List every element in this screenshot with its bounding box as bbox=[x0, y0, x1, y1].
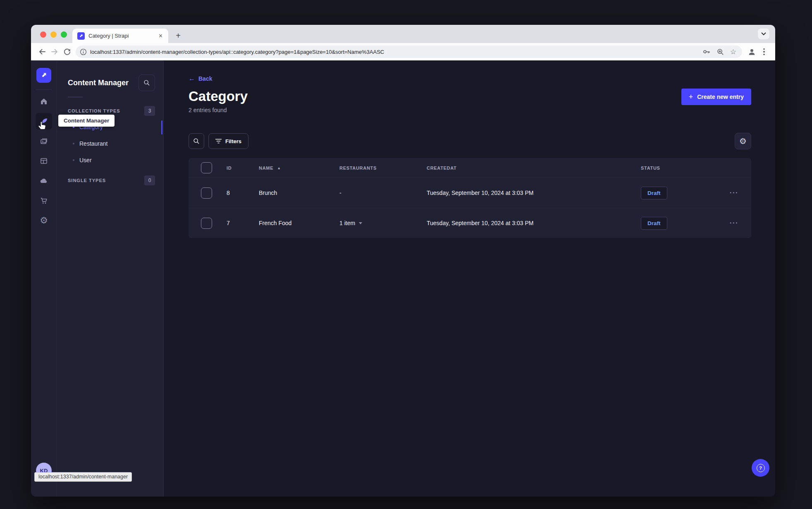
cell-restaurants[interactable]: 1 item bbox=[333, 220, 420, 226]
subnav-item-label: User bbox=[79, 157, 92, 163]
content-type-builder-icon[interactable] bbox=[36, 153, 52, 169]
cell-createdat: Tuesday, September 10, 2024 at 3:03 PM bbox=[420, 220, 634, 226]
subnav-search-button[interactable] bbox=[139, 74, 155, 91]
tab-close-icon[interactable]: × bbox=[157, 33, 164, 39]
link-preview-status-bar: localhost:1337/admin/content-manager bbox=[34, 472, 132, 482]
status-badge: Draft bbox=[641, 187, 667, 199]
main-content: ← Back Category 2 entries found + Create… bbox=[164, 60, 775, 497]
strapi-favicon-icon bbox=[77, 32, 85, 40]
home-icon[interactable] bbox=[36, 93, 52, 110]
cell-id: 8 bbox=[220, 190, 252, 196]
browser-toolbar: localhost:1337/admin/content-manager/col… bbox=[31, 43, 775, 60]
zoom-in-icon[interactable] bbox=[716, 48, 724, 56]
table-header-row: ID NAME ▲ RESTAURANTS CREATEDAT STATUS bbox=[189, 158, 751, 178]
bullet-icon bbox=[73, 159, 74, 161]
subnav-divider bbox=[68, 97, 83, 97]
column-header-status[interactable]: STATUS bbox=[634, 166, 717, 170]
back-icon[interactable] bbox=[36, 46, 48, 58]
rail-divider bbox=[36, 89, 52, 90]
cell-name: French Food bbox=[252, 220, 333, 226]
column-header-name[interactable]: NAME ▲ bbox=[252, 166, 333, 170]
tab-title: Category | Strapi bbox=[88, 33, 153, 39]
site-info-icon[interactable] bbox=[80, 48, 87, 55]
row-checkbox[interactable] bbox=[201, 187, 212, 199]
tab-list-chevron-icon[interactable] bbox=[758, 29, 769, 39]
marketplace-cart-icon[interactable] bbox=[36, 192, 52, 209]
profile-avatar-icon[interactable] bbox=[745, 46, 758, 58]
filter-icon bbox=[215, 139, 222, 144]
create-new-entry-button[interactable]: + Create new entry bbox=[681, 89, 751, 105]
question-mark-icon: ? bbox=[757, 464, 765, 472]
chevron-down-icon[interactable] bbox=[358, 222, 363, 225]
single-types-count-badge: 0 bbox=[144, 175, 155, 185]
table-row[interactable]: 8 Brunch - Tuesday, September 10, 2024 a… bbox=[189, 178, 751, 208]
address-bar[interactable]: localhost:1337/admin/content-manager/col… bbox=[76, 46, 742, 58]
back-arrow-icon: ← bbox=[189, 75, 195, 82]
settings-icon[interactable]: ⚙ bbox=[36, 212, 52, 229]
forward-icon[interactable] bbox=[48, 46, 61, 58]
table-row[interactable]: 7 French Food 1 item Tuesday, September … bbox=[189, 208, 751, 238]
collection-types-label: COLLECTION TYPES bbox=[68, 108, 120, 113]
cell-createdat: Tuesday, September 10, 2024 at 3:03 PM bbox=[420, 190, 634, 196]
column-header-restaurants[interactable]: RESTAURANTS bbox=[333, 166, 420, 170]
search-button[interactable] bbox=[189, 133, 204, 149]
row-checkbox[interactable] bbox=[201, 218, 212, 229]
column-header-id[interactable]: ID bbox=[220, 166, 252, 170]
bookmark-star-icon[interactable]: ☆ bbox=[730, 48, 736, 55]
subnav-item-label: Restaurant bbox=[79, 140, 107, 147]
reload-icon[interactable] bbox=[61, 46, 73, 58]
bullet-icon bbox=[73, 143, 74, 144]
entries-found: 2 entries found bbox=[189, 107, 248, 113]
password-key-icon[interactable] bbox=[702, 48, 711, 56]
browser-tab-strip: Category | Strapi × + bbox=[31, 25, 775, 43]
close-window-button[interactable] bbox=[40, 31, 46, 38]
gear-icon: ⚙ bbox=[739, 137, 747, 145]
page-title: Category bbox=[189, 88, 248, 105]
new-tab-button[interactable]: + bbox=[172, 30, 184, 41]
active-item-indicator bbox=[161, 120, 162, 134]
entries-table: ID NAME ▲ RESTAURANTS CREATEDAT STATUS 8… bbox=[189, 158, 751, 238]
content-manager-tooltip: Content Manager bbox=[58, 115, 115, 127]
subnav-title: Content Manager bbox=[68, 79, 129, 87]
mouse-hand-cursor bbox=[37, 121, 47, 132]
strapi-admin-app: ⚙ KD Content Manager COLLECTION TYPES 3 bbox=[31, 60, 775, 497]
minimize-window-button[interactable] bbox=[50, 31, 57, 38]
cell-restaurants: - bbox=[333, 190, 420, 196]
browser-menu-icon[interactable] bbox=[758, 46, 770, 58]
url-text[interactable]: localhost:1337/admin/content-manager/col… bbox=[90, 49, 699, 55]
row-actions-menu-icon[interactable]: ··· bbox=[717, 189, 751, 197]
help-button[interactable]: ? bbox=[752, 459, 769, 477]
window-controls bbox=[40, 31, 67, 38]
browser-window: Category | Strapi × + bbox=[31, 25, 775, 497]
cell-id: 7 bbox=[220, 220, 252, 226]
status-badge: Draft bbox=[641, 217, 667, 230]
row-actions-menu-icon[interactable]: ··· bbox=[717, 219, 751, 227]
subnav-item-user[interactable]: User bbox=[57, 152, 163, 168]
cell-name: Brunch bbox=[252, 190, 333, 196]
select-all-checkbox[interactable] bbox=[201, 162, 212, 173]
collection-types-count-badge: 3 bbox=[144, 106, 155, 116]
table-settings-button[interactable]: ⚙ bbox=[735, 133, 751, 149]
zoom-window-button[interactable] bbox=[61, 31, 67, 38]
omnibox-actions: ☆ bbox=[702, 48, 736, 56]
media-library-icon[interactable] bbox=[36, 133, 52, 149]
deploy-cloud-icon[interactable] bbox=[36, 173, 52, 189]
filters-button[interactable]: Filters bbox=[208, 133, 248, 149]
browser-tab[interactable]: Category | Strapi × bbox=[72, 29, 168, 43]
column-header-createdat[interactable]: CREATEDAT bbox=[420, 166, 634, 170]
subnav-item-restaurant[interactable]: Restaurant bbox=[57, 135, 163, 152]
plus-icon: + bbox=[689, 93, 693, 101]
single-types-label: SINGLE TYPES bbox=[68, 178, 106, 183]
sort-asc-icon: ▲ bbox=[277, 166, 281, 170]
strapi-logo[interactable] bbox=[36, 68, 51, 83]
back-link[interactable]: ← Back bbox=[189, 74, 751, 83]
